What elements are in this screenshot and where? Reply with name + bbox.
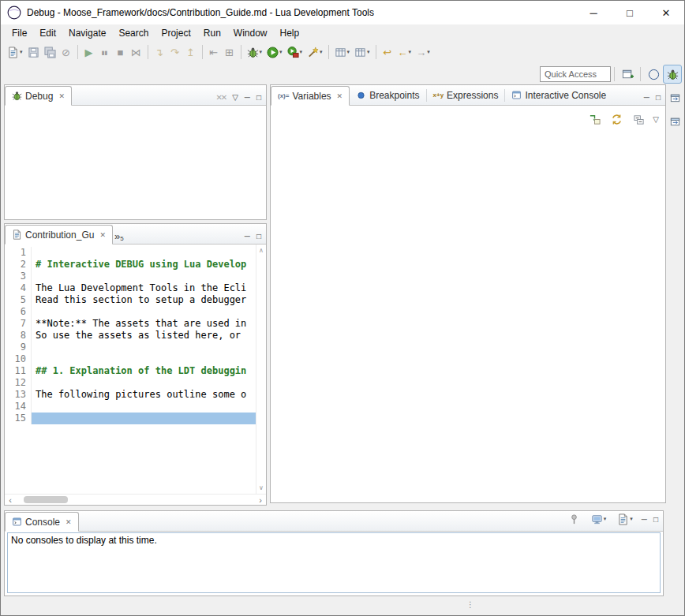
new-lua-file-button[interactable]: ▾ [332, 43, 353, 61]
debug-button[interactable]: ▾ [245, 43, 265, 61]
disconnect-button[interactable]: ⋈ [129, 43, 144, 61]
editor-line[interactable]: 12 [5, 377, 256, 389]
editor-line[interactable]: 6 [5, 306, 256, 318]
chevron-down-icon: ▾ [260, 49, 263, 55]
collapse-all-button[interactable] [631, 110, 647, 128]
step-return-button[interactable]: ↥ [183, 43, 199, 61]
restore-view-button-1[interactable] [667, 89, 683, 105]
editor-line[interactable]: 15 [5, 413, 256, 424]
quick-access-input[interactable] [540, 66, 611, 82]
minimize-view-button[interactable]: ─ [245, 93, 250, 102]
menu-file[interactable]: File [6, 25, 33, 41]
editor-line[interactable]: 4The Lua Development Tools in the Ecli [5, 282, 256, 294]
maximize-window-button[interactable]: □ [612, 1, 648, 24]
step-over-button[interactable]: ↷ [167, 43, 183, 61]
step-into-button[interactable]: ↴ [152, 43, 167, 61]
refresh-button[interactable] [608, 110, 625, 128]
minimize-view-button[interactable]: ─ [642, 515, 647, 524]
console-content[interactable]: No consoles to display at this time. [7, 532, 661, 593]
view-menu-button[interactable]: ▽ [232, 93, 238, 102]
editor-line[interactable]: 1 [5, 247, 256, 259]
variables-tabrow: (x)= Variables ✕ Breakpoints x+y Express… [271, 85, 665, 106]
external-tools-button[interactable]: ▾ [285, 43, 305, 61]
resume-button[interactable]: ▶ [81, 43, 97, 61]
editor-line[interactable]: 3 [5, 271, 256, 282]
editor-line[interactable]: 10 [5, 353, 256, 365]
save-button[interactable] [25, 43, 42, 61]
open-perspective-button[interactable] [618, 65, 637, 84]
back-button[interactable]: ← ▾ [395, 43, 414, 61]
sash-handle[interactable]: ⋮ [466, 600, 474, 609]
open-console-button[interactable]: ▾ [615, 510, 635, 528]
maximize-view-button[interactable]: □ [256, 232, 261, 241]
scroll-down-icon[interactable]: ∨ [259, 484, 264, 491]
tab-debug[interactable]: Debug ✕ [5, 86, 72, 106]
editor-text-area[interactable]: 12# Interactive DEBUG using Lua Develop3… [5, 245, 256, 494]
use-step-filters-button[interactable]: ⊞ [222, 43, 238, 61]
editor-tab-overflow[interactable]: »5 [113, 230, 129, 244]
scrollbar-thumb[interactable] [24, 496, 68, 503]
menu-help[interactable]: Help [274, 25, 306, 41]
close-tab-icon[interactable]: ✕ [58, 92, 65, 100]
display-selected-console-button[interactable]: ▾ [589, 510, 609, 528]
grid-icon [354, 47, 366, 58]
menu-navigate[interactable]: Navigate [62, 25, 112, 41]
view-menu-button[interactable]: ▽ [653, 115, 659, 124]
minimize-view-button[interactable]: ─ [245, 232, 250, 241]
show-logical-structure-button[interactable] [586, 110, 603, 128]
suspend-button[interactable]: ▮▮ [97, 43, 113, 61]
maximize-view-button[interactable]: □ [256, 93, 261, 102]
tab-interactive-console[interactable]: Interactive Console [505, 85, 612, 105]
maximize-view-button[interactable]: □ [653, 515, 658, 524]
editor-line[interactable]: 8So use the assets as listed here, or [5, 330, 256, 342]
editor-horizontal-scrollbar[interactable]: ‹ › [5, 494, 266, 505]
pin-console-button[interactable] [566, 510, 582, 528]
new-button[interactable]: ▾ [5, 43, 25, 61]
scroll-left-icon[interactable]: ‹ [5, 495, 16, 505]
title-bar[interactable]: Debug - Moose_Framework/docs/Contributio… [1, 1, 684, 24]
drop-to-frame-button[interactable]: ⇤ [206, 43, 222, 61]
scroll-right-icon[interactable]: › [255, 495, 266, 505]
forward-button[interactable]: → ▾ [414, 43, 432, 61]
minimize-window-button[interactable]: ─ [575, 1, 612, 24]
editor-line[interactable]: 2# Interactive DEBUG using Lua Develop [5, 259, 256, 271]
tab-expressions[interactable]: x+y Expressions [427, 85, 505, 105]
skip-all-breakpoints-button[interactable]: ⊘ [58, 43, 74, 61]
debug-view-content[interactable] [5, 106, 266, 219]
restore-view-button-2[interactable] [667, 113, 683, 129]
menu-run[interactable]: Run [197, 25, 227, 41]
run-button[interactable]: ▾ [264, 43, 285, 61]
tab-console[interactable]: Console ✕ [5, 512, 79, 532]
editor-line[interactable]: 7**Note:** The assets that are used in [5, 318, 256, 330]
save-all-button[interactable] [42, 43, 58, 61]
variables-view-content[interactable] [271, 128, 665, 498]
close-window-button[interactable]: ✕ [648, 1, 684, 24]
minimize-view-button[interactable]: ─ [644, 93, 649, 102]
menu-edit[interactable]: Edit [33, 25, 62, 41]
editor-line[interactable]: 14 [5, 401, 256, 413]
tab-breakpoints[interactable]: Breakpoints [350, 85, 425, 105]
editor-line[interactable]: 5Read this section to setup a debugger [5, 294, 256, 306]
close-tab-icon[interactable]: ✕ [99, 231, 106, 239]
editor-line[interactable]: 11## 1. Explanation of the LDT debuggin [5, 365, 256, 377]
lua-perspective-button[interactable] [644, 65, 663, 84]
remove-all-terminated-button[interactable]: ✕✕ [215, 93, 226, 102]
editor-line[interactable]: 13The following pictures outline some o [5, 389, 256, 401]
scroll-up-icon[interactable]: ∧ [259, 247, 264, 254]
menu-window[interactable]: Window [227, 25, 274, 41]
close-tab-icon[interactable]: ✕ [337, 92, 343, 100]
new-lua-project-button[interactable]: ▾ [352, 43, 372, 61]
terminate-button[interactable]: ■ [113, 43, 129, 61]
monitor-icon [591, 513, 603, 525]
editor-line[interactable]: 9 [5, 342, 256, 353]
last-edit-location-button[interactable]: ↩ [380, 43, 395, 61]
tab-contribution-guide[interactable]: Contribution_Gu ✕ [5, 225, 113, 245]
close-tab-icon[interactable]: ✕ [66, 518, 72, 526]
debug-perspective-button[interactable] [663, 65, 682, 84]
editor-vertical-scrollbar[interactable]: ∧ ∨ [256, 245, 266, 494]
tab-variables[interactable]: (x)= Variables ✕ [271, 86, 350, 106]
launch-shortcut-button[interactable]: ▾ [305, 43, 325, 61]
maximize-view-button[interactable]: □ [656, 93, 661, 102]
menu-search[interactable]: Search [112, 25, 155, 41]
menu-project[interactable]: Project [155, 25, 197, 41]
